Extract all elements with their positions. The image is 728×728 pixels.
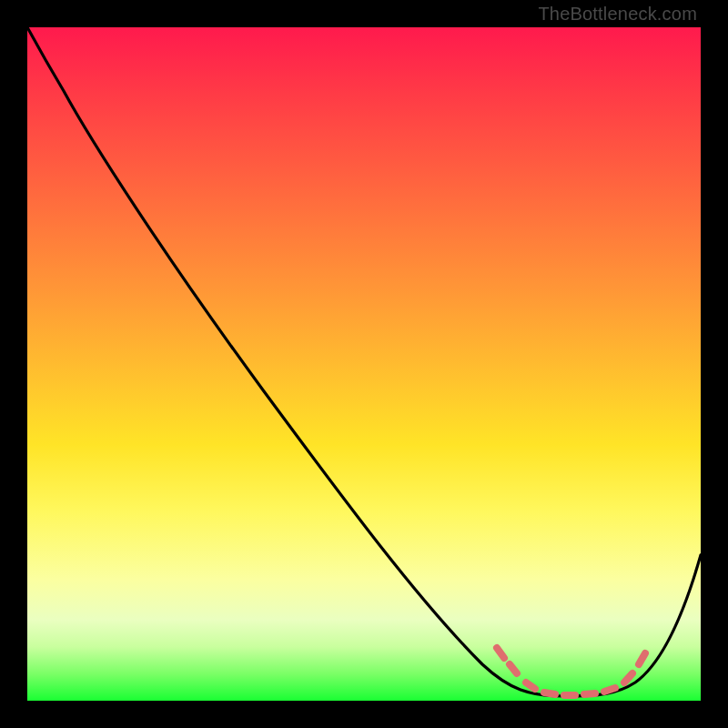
- svg-line-3: [544, 693, 555, 694]
- svg-line-2: [526, 682, 535, 689]
- watermark-text: TheBottleneck.com: [538, 4, 697, 25]
- svg-line-0: [497, 648, 504, 658]
- svg-line-6: [604, 688, 615, 692]
- svg-line-1: [510, 664, 517, 673]
- chart-frame: TheBottleneck.com: [0, 0, 728, 728]
- svg-line-8: [639, 653, 645, 664]
- plot-area: [27, 27, 701, 701]
- svg-line-5: [584, 693, 595, 694]
- optimal-band-markers: [497, 648, 645, 695]
- bottleneck-curve-svg: [27, 27, 701, 701]
- svg-line-7: [624, 673, 632, 682]
- bottleneck-curve: [27, 27, 701, 696]
